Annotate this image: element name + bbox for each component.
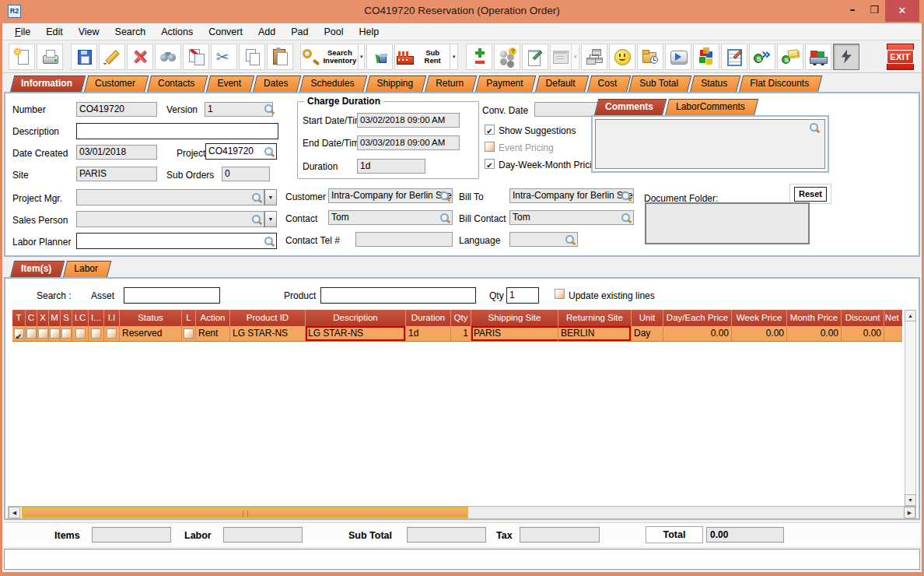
cell-month-price[interactable]: 0.00 [787,326,842,342]
save-button[interactable] [71,44,97,70]
cell-m[interactable] [49,326,61,342]
sub-rent-dropdown-arrow-icon[interactable] [450,44,457,69]
cell-s[interactable] [61,326,72,342]
edit-pencil-button[interactable] [99,44,125,70]
cell-week-price[interactable]: 0.00 [732,326,787,342]
keyboard-key-button[interactable] [665,44,691,70]
sales-person-lookup-icon[interactable] [251,214,262,225]
language-lookup-icon[interactable] [565,234,576,245]
main-tab-customer[interactable]: Customer [84,76,145,92]
column-header-day-each-price[interactable]: Day/Each Price [663,310,732,326]
contact-field[interactable]: Tom [328,210,453,225]
column-header-unit[interactable]: Unit [632,310,663,326]
cell-t[interactable] [12,326,26,342]
cell-x[interactable] [37,326,49,342]
menu-view[interactable]: View [71,23,107,40]
contact-tel-field[interactable] [355,232,453,247]
cell-i-c[interactable] [72,326,89,342]
main-tab-default[interactable]: Default [535,76,585,92]
items-table-row[interactable]: ReservedRentLG STAR-NSLG STAR-NS1d1PARIS… [12,326,902,342]
main-tab-event[interactable]: Event [206,76,250,92]
money-transfer-button[interactable] [749,44,775,70]
document-folder-textarea[interactable] [645,202,810,244]
add-remove-button[interactable] [466,44,492,70]
column-header-s[interactable]: S [61,310,72,326]
cell-product-id[interactable]: LG STAR-NS [230,326,306,342]
cell-action[interactable]: Rent [196,326,230,342]
sales-person-dropdown-button[interactable] [264,211,277,227]
items-tab-labor[interactable]: Labor [63,261,107,277]
column-header-x[interactable]: X [37,310,49,326]
end-datetime-field[interactable]: 03/03/2018 09:00 AM [357,135,460,150]
duration-field[interactable]: 1d [357,159,425,174]
scroll-up-arrow[interactable]: ▲ [905,310,916,321]
reset-button[interactable]: Reset [794,187,827,202]
main-tab-cost[interactable]: Cost [587,76,627,92]
comments-tab-comments[interactable]: Comments [594,99,663,115]
bill-contact-lookup-icon[interactable] [621,212,632,223]
cell-qty[interactable]: 1 [451,326,471,342]
project-lookup-icon[interactable] [264,146,275,157]
row-checkbox-l[interactable] [184,328,194,339]
bill-to-field[interactable]: Intra-Company for Berlin Site [509,188,634,203]
menu-file[interactable]: File [7,23,38,40]
column-header-week-price[interactable]: Week Price [732,310,787,326]
menu-pad[interactable]: Pad [283,23,316,40]
truck-button[interactable] [805,44,831,70]
cell-description[interactable]: LG STAR-NS [306,326,406,342]
bill-to-lookup-icon[interactable] [621,191,632,202]
money-notes-button[interactable] [777,44,803,70]
main-tab-dates[interactable]: Dates [253,76,297,92]
column-header-t[interactable]: T [12,310,26,326]
convert-3d-button[interactable] [366,44,393,70]
cut-button[interactable] [211,44,237,70]
project-mgr-field[interactable] [76,189,264,205]
main-tab-information[interactable]: Information [10,76,82,92]
search-inventory-dropdown-arrow-icon[interactable] [358,44,364,69]
column-header-shipping-site[interactable]: Shipping Site [471,310,558,326]
cell-unit[interactable]: Day [632,326,663,342]
column-header-duration[interactable]: Duration [406,310,451,326]
cell-discount[interactable]: 0.00 [842,326,884,342]
project-mgr-dropdown-button[interactable] [264,189,277,205]
description-field[interactable] [76,123,278,139]
cell-l[interactable] [182,326,196,342]
delete-button[interactable] [127,44,153,70]
menu-pool[interactable]: Pool [316,23,351,40]
comments-lookup-icon[interactable] [809,122,820,133]
menu-edit[interactable]: Edit [38,23,71,40]
menu-convert[interactable]: Convert [201,23,250,40]
new-document-button[interactable] [9,44,35,70]
main-tab-schedules[interactable]: Schedules [299,76,363,92]
main-tab-return[interactable]: Return [425,76,473,92]
row-checkbox-m[interactable] [50,328,60,339]
column-header-returning-site[interactable]: Returning Site [558,310,632,326]
day-week-month-pricing-checkbox[interactable] [485,159,495,169]
row-checkbox-t[interactable] [14,328,24,339]
search-inventory-button[interactable]: Search Inventory [300,44,365,70]
items-tab-item-s-[interactable]: Item(s) [10,261,61,277]
asset-input[interactable] [124,287,220,304]
column-header-month-price[interactable]: Month Price [787,310,842,326]
menu-help[interactable]: Help [352,23,387,40]
cell-shipping-site[interactable]: PARIS [471,326,558,342]
update-existing-lines-checkbox[interactable] [555,289,565,299]
cell-c[interactable] [26,326,37,342]
print-button[interactable] [37,44,63,70]
sub-rent-button[interactable]: Sub Rent [394,44,458,70]
labor-planner-field[interactable] [76,233,277,249]
main-tab-flat-discounts[interactable]: Flat Discounts [739,76,818,92]
row-checkbox-i-c[interactable] [75,328,86,339]
smiley-button[interactable] [609,44,635,70]
column-header-description[interactable]: Description [306,310,406,326]
column-header-m[interactable]: M [49,310,61,326]
version-lookup-icon[interactable] [264,104,275,114]
row-checkbox-x[interactable] [38,328,48,339]
sub-orders-field[interactable]: 0 [222,167,270,181]
menu-add[interactable]: Add [250,23,283,40]
calendar-dropdown-arrow-icon[interactable] [571,44,579,69]
group-circles-button[interactable] [494,44,520,70]
exit-button[interactable]: EXIT [887,44,914,70]
scroll-right-arrow[interactable]: ▶ [904,507,915,518]
column-header-i-[interactable]: I... [89,310,104,326]
